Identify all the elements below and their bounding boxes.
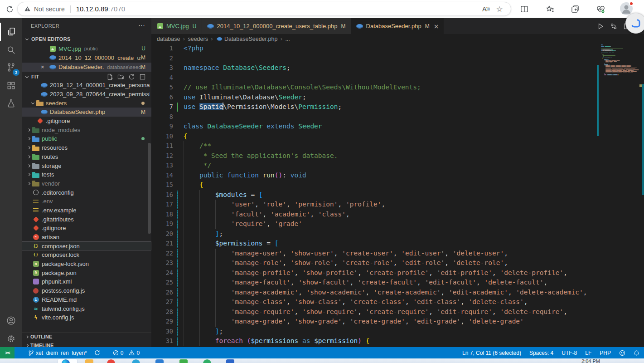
status-item[interactable]: Spaces: 4	[529, 350, 553, 356]
status-item[interactable]: LF	[585, 350, 591, 356]
browser-profile-avatar[interactable]	[620, 2, 633, 15]
status-item[interactable]: PHP	[600, 350, 611, 356]
code-line[interactable]: 28 'manage-require', 'show-require', 'cr…	[151, 307, 644, 317]
favorites-icon[interactable]	[542, 3, 557, 15]
accounts-icon[interactable]	[0, 311, 22, 329]
tree-item[interactable]: seeders	[22, 98, 151, 108]
code-line[interactable]: 18 'facult', 'academic', 'class',	[151, 210, 644, 220]
code-line[interactable]: 13 */	[151, 161, 644, 171]
open-changes-icon[interactable]	[610, 23, 617, 30]
editor-tab[interactable]: DatabaseSeeder.phpM×	[351, 18, 444, 34]
git-branch-status[interactable]: xet_diem_ren_luyen*	[28, 350, 87, 356]
tree-item[interactable]: DatabaseSeeder.phpM	[22, 108, 151, 117]
code-line[interactable]: 29 'manage-grade', 'show-grade', 'create…	[151, 317, 644, 327]
close-icon[interactable]: ×	[434, 23, 439, 30]
refresh-icon[interactable]	[128, 74, 135, 80]
tree-item[interactable]: {}composer.lock	[22, 250, 151, 260]
editor-tab[interactable]: 2014_10_12_000000_create_users_table.php…	[202, 18, 351, 34]
open-editor-item[interactable]: 2014_10_12_000000_create_users_table...M	[22, 53, 151, 62]
feedback-icon[interactable]	[619, 350, 625, 356]
green-app-icon[interactable]	[179, 359, 188, 363]
notifications-bell-icon[interactable]	[634, 350, 639, 356]
explorer-icon[interactable]	[0, 23, 22, 41]
editor-tab[interactable]: MVC.jpgU	[151, 18, 202, 34]
breadcrumb-item[interactable]: ...	[285, 36, 290, 42]
tree-item[interactable]: 2019_12_14_000001_create_personal_acces.…	[22, 81, 151, 90]
tree-item[interactable]: .editorconfig	[22, 188, 151, 197]
sync-status[interactable]	[94, 350, 100, 356]
red-app-icon[interactable]	[107, 359, 115, 363]
code-line[interactable]: 23 'manage-role', 'show-role', 'create-r…	[151, 258, 644, 268]
tree-item[interactable]: routes	[22, 152, 151, 162]
code-line[interactable]: 1<?php	[151, 44, 644, 54]
tree-item[interactable]: {}composer.json	[22, 241, 151, 250]
collections-icon[interactable]	[567, 3, 583, 15]
code-line[interactable]: 10{	[151, 132, 644, 142]
tree-item[interactable]: postcss.config.js	[22, 286, 151, 295]
run-button[interactable]	[597, 23, 604, 30]
remote-indicator[interactable]: ><	[0, 347, 15, 358]
section-open-editors[interactable]: OPEN EDITORS	[22, 34, 151, 44]
settings-gear-icon[interactable]	[0, 329, 22, 348]
breadcrumb-item[interactable]: DatabaseSeeder.php	[224, 36, 277, 42]
green-circle-app-icon[interactable]	[203, 359, 211, 363]
section-timeline[interactable]: TIMELINE	[22, 341, 151, 347]
code-line[interactable]: 22 'manage-user', 'show-user', 'create-u…	[151, 249, 644, 259]
url-port[interactable]: :7070	[108, 5, 126, 13]
favorite-star-icon[interactable]: ☆	[493, 5, 506, 14]
code-line[interactable]: 21 $permissions = [	[151, 239, 644, 249]
tree-item[interactable]: iREADME.md	[22, 295, 151, 304]
floating-widget[interactable]	[625, 13, 644, 34]
code-line[interactable]: 8	[151, 112, 644, 122]
code-line[interactable]: 30 ];	[151, 327, 644, 337]
open-editor-item[interactable]: MVC.jpgpublicU	[22, 44, 151, 53]
extensions-icon[interactable]	[0, 76, 22, 94]
security-label[interactable]: Not secure	[34, 5, 65, 13]
tree-item[interactable]: npackage-lock.json	[22, 260, 151, 269]
code-editor[interactable]: 1<?php23namespace Database\Seeders;45// …	[151, 44, 644, 347]
tree-item[interactable]: public	[22, 134, 151, 143]
tree-item[interactable]: .gitignore	[22, 117, 151, 126]
address-bar[interactable]: Not secure 10.12.0.89 :7070 A))) ☆	[17, 2, 511, 16]
code-line[interactable]: 15 {	[151, 180, 644, 190]
status-item[interactable]: UTF-8	[562, 350, 577, 356]
sidebar-scrollbar[interactable]	[148, 143, 151, 234]
tree-item[interactable]: vendor	[22, 179, 151, 188]
folder-icon[interactable]	[85, 359, 93, 363]
code-line[interactable]: 7use Spatie\Permission\Models\Permission…	[151, 102, 644, 112]
read-aloud-icon[interactable]: A)))	[479, 5, 493, 13]
code-line[interactable]: 3namespace Database\Seeders;	[151, 63, 644, 73]
tree-item[interactable]: storage	[22, 161, 151, 170]
tree-item[interactable]: npackage.json	[22, 268, 151, 277]
tree-item[interactable]: resources	[22, 143, 151, 152]
split-screen-icon[interactable]	[517, 3, 532, 15]
breadcrumb-item[interactable]: database	[157, 36, 180, 42]
taskbar-clock[interactable]: 2:04 PM	[581, 358, 600, 363]
tree-item[interactable]: .env	[22, 197, 151, 206]
status-item[interactable]: Ln 7, Col 11 (6 selected)	[462, 350, 521, 356]
tree-item[interactable]: tests	[22, 170, 151, 179]
code-line[interactable]: 11 /**	[151, 141, 644, 151]
code-line[interactable]: 2	[151, 54, 644, 64]
tree-item[interactable]: phpunit.xml	[22, 277, 151, 286]
breadcrumb[interactable]: database›seeders›DatabaseSeeder.php›...	[151, 34, 644, 44]
new-folder-icon[interactable]	[117, 74, 124, 80]
code-line[interactable]: 6use Illuminate\Database\Seeder;	[151, 93, 644, 103]
search-icon[interactable]	[0, 41, 22, 59]
code-line[interactable]: 4	[151, 73, 644, 83]
collapse-all-icon[interactable]	[139, 74, 146, 80]
tree-item[interactable]: 2023_09_28_070644_create_permission_tab.…	[22, 90, 151, 99]
code-line[interactable]: 19 'require', 'grade'	[151, 219, 644, 229]
code-line[interactable]: 5// use Illuminate\Database\Console\Seed…	[151, 83, 644, 93]
tree-item[interactable]: ~artisan	[22, 233, 151, 242]
more-actions-icon[interactable]: ···	[138, 21, 145, 29]
code-line[interactable]: 9class DatabaseSeeder extends Seeder	[151, 122, 644, 132]
close-icon[interactable]: ×	[41, 64, 49, 70]
tree-item[interactable]: .gitattributes	[22, 215, 151, 224]
code-line[interactable]: 20 ];	[151, 229, 644, 239]
code-line[interactable]: 16 $modules = [	[151, 190, 644, 200]
blue-square-app-icon[interactable]	[226, 359, 234, 363]
testing-icon[interactable]	[0, 94, 22, 113]
code-line[interactable]: 12 * Seed the application's database.	[151, 151, 644, 161]
section-workspace[interactable]: FIT	[22, 72, 151, 82]
